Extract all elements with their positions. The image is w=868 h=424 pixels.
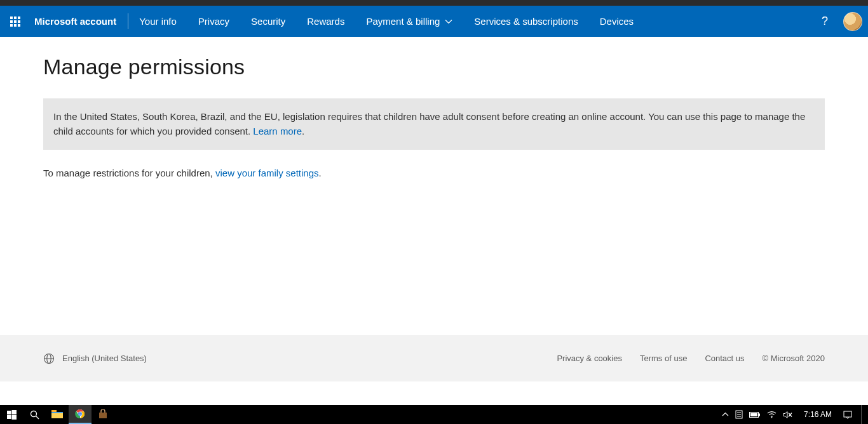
tray-wifi[interactable] — [767, 405, 776, 424]
avatar-icon — [843, 12, 862, 31]
taskbar-file-explorer[interactable] — [46, 405, 69, 424]
nav-payment-billing[interactable]: Payment & billing — [355, 6, 463, 37]
help-button[interactable]: ? — [812, 6, 837, 37]
help-icon: ? — [822, 15, 828, 28]
svg-rect-24 — [750, 413, 757, 416]
period: . — [319, 168, 322, 178]
footer-terms-link[interactable]: Terms of use — [640, 354, 687, 363]
svg-point-16 — [79, 413, 81, 415]
nav-label: Privacy — [198, 16, 229, 27]
nav-label: Your info — [139, 16, 177, 27]
content-region: Manage permissions In the United States,… — [43, 37, 825, 178]
page-footer: English (United States) Privacy & cookie… — [0, 335, 868, 381]
nav-devices[interactable]: Devices — [589, 6, 644, 37]
wifi-icon — [767, 411, 776, 418]
page-title: Manage permissions — [43, 55, 825, 79]
svg-rect-3 — [7, 411, 11, 414]
family-settings-link[interactable]: view your family settings — [215, 168, 319, 178]
account-avatar-button[interactable] — [837, 6, 868, 37]
svg-point-7 — [31, 411, 36, 416]
nav-label: Rewards — [307, 16, 344, 27]
svg-rect-4 — [11, 410, 17, 414]
chevron-up-icon — [722, 411, 729, 418]
search-icon — [30, 410, 39, 420]
learn-more-link[interactable]: Learn more — [253, 126, 302, 136]
nav-label: Security — [251, 16, 285, 27]
nav-security[interactable]: Security — [240, 6, 296, 37]
info-banner: In the United States, South Korea, Brazi… — [43, 98, 825, 150]
app-launcher-button[interactable] — [0, 6, 31, 37]
info-text: In the United States, South Korea, Brazi… — [53, 111, 805, 136]
below-text: To manage restrictions for your children… — [43, 168, 215, 178]
windows-logo-icon — [7, 410, 17, 420]
footer-links: Privacy & cookies Terms of use Contact u… — [557, 354, 825, 363]
nav-rewards[interactable]: Rewards — [296, 6, 355, 37]
period: . — [302, 126, 304, 136]
globe-icon — [43, 353, 55, 364]
svg-rect-11 — [51, 412, 63, 413]
system-tray: 7:16 AM — [722, 405, 868, 424]
svg-rect-17 — [99, 413, 107, 418]
taskbar-search-button[interactable] — [23, 405, 46, 424]
svg-point-25 — [771, 417, 773, 418]
footer-privacy-link[interactable]: Privacy & cookies — [557, 354, 622, 363]
nav-label: Payment & billing — [366, 16, 440, 27]
windows-taskbar: 7:16 AM — [0, 405, 868, 424]
nav-your-info[interactable]: Your info — [128, 6, 187, 37]
ms-header: Microsoft account Your info Privacy Secu… — [0, 6, 868, 37]
taskbar-clock[interactable]: 7:16 AM — [799, 405, 837, 424]
footer-copyright: © Microsoft 2020 — [763, 354, 825, 363]
tray-volume[interactable] — [783, 405, 792, 424]
store-icon — [98, 409, 108, 420]
svg-rect-5 — [7, 415, 11, 419]
keyboard-lang-icon — [735, 410, 743, 419]
browser-chrome-strip — [0, 0, 868, 6]
waffle-icon — [10, 17, 20, 27]
svg-rect-6 — [11, 415, 17, 420]
battery-icon — [749, 411, 761, 418]
start-button[interactable] — [0, 405, 23, 424]
chrome-icon — [75, 409, 85, 419]
nav-label: Devices — [600, 16, 634, 27]
primary-nav: Your info Privacy Security Rewards Payme… — [128, 6, 644, 37]
page: Manage permissions In the United States,… — [0, 37, 868, 178]
brand-label[interactable]: Microsoft account — [31, 6, 128, 37]
taskbar-store[interactable] — [92, 405, 114, 424]
nav-label: Services & subscriptions — [474, 16, 578, 27]
language-selector[interactable]: English (United States) — [62, 354, 147, 363]
footer-contact-link[interactable]: Contact us — [705, 354, 744, 363]
folder-icon — [51, 410, 63, 419]
svg-rect-28 — [844, 411, 851, 417]
volume-muted-icon — [783, 411, 792, 419]
nav-services-subscriptions[interactable]: Services & subscriptions — [463, 6, 588, 37]
tray-battery[interactable] — [749, 405, 761, 424]
chevron-down-icon — [445, 18, 452, 25]
svg-line-8 — [36, 416, 39, 419]
svg-rect-23 — [759, 413, 760, 416]
notification-icon — [843, 411, 852, 419]
tray-notifications[interactable] — [843, 405, 852, 424]
family-settings-paragraph: To manage restrictions for your children… — [43, 168, 825, 178]
show-desktop-button[interactable] — [861, 405, 864, 424]
tray-input-indicator[interactable] — [735, 405, 743, 424]
nav-privacy[interactable]: Privacy — [187, 6, 240, 37]
taskbar-chrome[interactable] — [69, 405, 92, 424]
tray-overflow-button[interactable] — [722, 405, 729, 424]
